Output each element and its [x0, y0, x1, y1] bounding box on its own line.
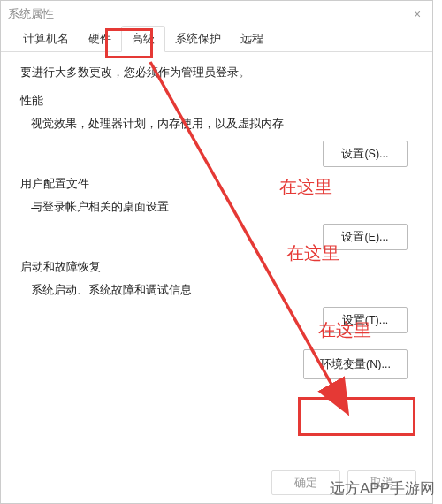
- user-profiles-desc: 与登录帐户相关的桌面设置: [20, 199, 413, 215]
- section-performance: 性能 视觉效果，处理器计划，内存使用，以及虚拟内存 设置(S)...: [20, 93, 413, 167]
- tab-content: 要进行大多数更改，您必须作为管理员登录。 性能 视觉效果，处理器计划，内存使用，…: [1, 52, 432, 392]
- user-profiles-settings-button[interactable]: 设置(E)...: [323, 224, 408, 250]
- section-startup: 启动和故障恢复 系统启动、系统故障和调试信息 设置(T)...: [20, 259, 413, 333]
- startup-desc: 系统启动、系统故障和调试信息: [20, 282, 413, 298]
- watermark-text: 远方APP手游网: [330, 478, 435, 499]
- tab-remote[interactable]: 远程: [231, 27, 273, 51]
- system-properties-dialog: 系统属性 × 计算机名 硬件 高级 系统保护 远程 要进行大多数更改，您必须作为…: [0, 0, 433, 504]
- tab-hardware[interactable]: 硬件: [79, 27, 121, 51]
- intro-text: 要进行大多数更改，您必须作为管理员登录。: [20, 65, 413, 80]
- close-icon[interactable]: ×: [409, 6, 425, 22]
- environment-variables-button[interactable]: 环境变量(N)...: [303, 349, 408, 379]
- performance-desc: 视觉效果，处理器计划，内存使用，以及虚拟内存: [20, 116, 413, 132]
- window-title: 系统属性: [8, 7, 54, 22]
- startup-title: 启动和故障恢复: [20, 259, 413, 275]
- tab-advanced[interactable]: 高级: [121, 26, 165, 52]
- section-user-profiles: 用户配置文件 与登录帐户相关的桌面设置 设置(E)...: [20, 176, 413, 250]
- startup-settings-button[interactable]: 设置(T)...: [323, 307, 408, 333]
- tab-computer-name[interactable]: 计算机名: [13, 27, 79, 51]
- titlebar: 系统属性 ×: [1, 1, 432, 27]
- performance-title: 性能: [20, 93, 413, 109]
- tab-system-protection[interactable]: 系统保护: [165, 27, 231, 51]
- user-profiles-title: 用户配置文件: [20, 176, 413, 192]
- tab-strip: 计算机名 硬件 高级 系统保护 远程: [1, 27, 432, 52]
- performance-settings-button[interactable]: 设置(S)...: [323, 141, 408, 167]
